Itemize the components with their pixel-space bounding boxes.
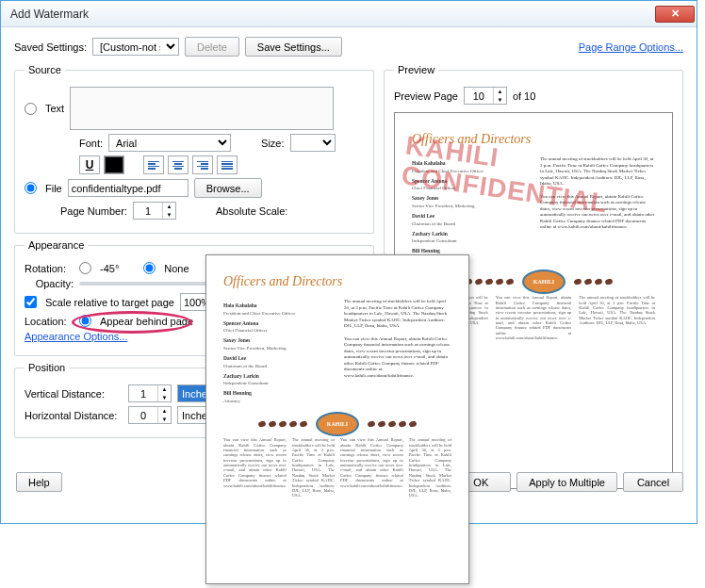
action-buttons: OK Apply to Multiple Cancel	[451, 472, 683, 492]
text-style-toolbar: U	[79, 155, 238, 174]
logo-badge: KAHILI	[522, 270, 566, 294]
save-settings-button[interactable]: Save Settings...	[245, 37, 342, 57]
rotation-neg45-radio[interactable]	[79, 262, 91, 274]
saved-settings-label: Saved Settings:	[14, 41, 87, 53]
help-button[interactable]: Help	[16, 472, 62, 492]
top-row: Saved Settings: [Custom-not saved] Delet…	[14, 37, 683, 57]
apply-multiple-button[interactable]: Apply to Multiple	[516, 472, 617, 492]
stepper-down-icon[interactable]: ▼	[163, 211, 175, 220]
align-center-icon[interactable]	[168, 155, 189, 174]
close-button[interactable]: ✕	[655, 6, 695, 23]
watermark-text-input[interactable]	[70, 87, 334, 130]
source-text-radio[interactable]	[25, 103, 37, 115]
source-text-label: Text	[45, 103, 64, 114]
align-left-icon[interactable]	[143, 155, 164, 174]
source-group: Source Text Font: Arial Size:	[14, 64, 374, 234]
rotation-neg45-label: -45°	[100, 263, 119, 274]
window-title: Add Watermark	[10, 8, 655, 21]
stepper-up-icon[interactable]: ▲	[163, 203, 175, 211]
vertical-distance-label: Vertical Distance:	[25, 388, 123, 400]
align-right-icon[interactable]	[192, 155, 213, 174]
source-file-radio[interactable]	[25, 182, 37, 194]
color-swatch[interactable]	[104, 155, 124, 174]
preview-legend: Preview	[394, 64, 438, 75]
source-legend: Source	[25, 64, 65, 75]
preview-page-input[interactable]	[465, 88, 493, 104]
scale-relative-checkbox[interactable]	[25, 296, 37, 308]
titlebar: Add Watermark ✕	[1, 1, 697, 27]
font-select[interactable]: Arial	[108, 134, 231, 152]
underline-icon[interactable]: U	[79, 155, 100, 174]
cancel-button[interactable]: Cancel	[623, 472, 683, 492]
absolute-scale-label: Absolute Scale:	[216, 205, 287, 217]
appearance-options-link[interactable]: Appearance Options...	[25, 331, 127, 342]
page-range-link[interactable]: Page Range Options...	[579, 41, 683, 53]
rotation-none-label: None	[164, 263, 189, 274]
browse-button[interactable]: Browse...	[194, 178, 262, 198]
file-path-input[interactable]	[68, 179, 189, 197]
horizontal-distance-stepper[interactable]: ▲▼	[128, 406, 172, 424]
opacity-label: Opacity:	[25, 278, 74, 289]
source-file-label: File	[45, 183, 62, 194]
align-justify-icon[interactable]	[217, 155, 238, 174]
preview-page-label: Preview Page	[394, 90, 458, 102]
scale-relative-label: Scale relative to target page	[45, 297, 174, 308]
appear-behind-label: Appear behind page	[100, 316, 193, 327]
saved-settings-select[interactable]: [Custom-not saved]	[92, 38, 179, 56]
size-select[interactable]	[290, 134, 336, 152]
page-number-stepper[interactable]: ▲▼	[133, 202, 176, 220]
vertical-distance-input[interactable]	[129, 385, 157, 401]
appearance-legend: Appearance	[25, 239, 88, 251]
horizontal-distance-label: Horizontal Distance:	[25, 410, 123, 421]
preview-of-label: of 10	[513, 90, 535, 102]
preview-page-stepper[interactable]: ▲▼	[464, 87, 507, 105]
rotation-label: Rotation:	[25, 263, 74, 274]
size-label: Size:	[261, 138, 284, 149]
location-label: Location:	[25, 316, 74, 327]
rotation-none-radio[interactable]	[143, 262, 156, 274]
close-icon: ✕	[671, 8, 680, 20]
page-number-input[interactable]	[134, 203, 162, 219]
horizontal-distance-input[interactable]	[129, 407, 157, 423]
font-label: Font:	[79, 138, 103, 149]
vertical-distance-stepper[interactable]: ▲▼	[128, 384, 172, 402]
appear-behind-radio[interactable]	[79, 315, 91, 327]
popup-sample-document: Officers and Directors Hala Kahalaha Pre…	[205, 254, 469, 584]
page-number-label: Page Number:	[60, 205, 127, 217]
doc-title: Officers and Directors	[412, 132, 655, 147]
position-legend: Position	[25, 362, 69, 373]
delete-button[interactable]: Delete	[185, 37, 239, 57]
